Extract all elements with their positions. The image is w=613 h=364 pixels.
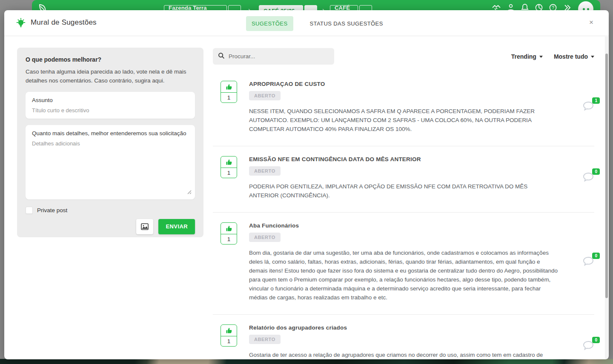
subject-label: Assunto (32, 97, 189, 103)
lightbulb-icon (14, 17, 27, 31)
status-badge: ABERTO (249, 166, 281, 176)
vote-box[interactable]: 1 (221, 81, 237, 103)
search-box[interactable] (213, 48, 334, 65)
suggestion-title[interactable]: EMISSÃO NFE EM CONTINGÊNCIA DATA DO MÊS … (249, 156, 559, 162)
subject-field[interactable]: Assunto Título curto e descritivo (26, 92, 195, 119)
thumbs-up-icon[interactable] (221, 223, 237, 234)
status-badge: ABERTO (249, 91, 281, 100)
comments-button[interactable]: 1 (582, 101, 594, 113)
private-post-label: Private post (37, 207, 67, 213)
form-description: Caso tenha alguma ideia parecida ao lado… (26, 68, 195, 85)
comment-count-badge: 1 (592, 97, 600, 104)
page-title: Mural de Sugestões (31, 18, 97, 27)
vote-count: 1 (221, 93, 237, 102)
private-post-checkbox[interactable] (26, 207, 33, 214)
suggestion-item: 1 Relatório dos agrupadores criados ABER… (213, 315, 594, 359)
vote-count: 1 (221, 234, 237, 244)
thumbs-up-icon[interactable] (221, 156, 237, 168)
new-suggestion-panel: O que podemos melhorar? Caso tenha algum… (17, 48, 203, 237)
page-background-strip (0, 359, 613, 364)
close-icon[interactable]: × (589, 19, 593, 26)
suggestion-description: PODERIA POR GENTILEZA, IMPLANTAR A OPÇÃO… (249, 182, 559, 200)
form-heading: O que podemos melhorar? (26, 56, 195, 63)
comment-count-badge: 0 (592, 253, 600, 259)
resize-handle-icon[interactable] (187, 188, 192, 196)
suggestions-list-area: Trending Mostre tudo 1 APROPRIAÇAO DE CU… (213, 48, 594, 359)
submit-button[interactable]: ENVIAR (158, 219, 195, 234)
suggestions-modal: Mural de Sugestões SUGESTÕES STATUS DAS … (4, 10, 609, 359)
details-field[interactable]: Quanto mais detalhes, melhor entenderemo… (26, 125, 195, 199)
vote-box[interactable]: 1 (221, 222, 237, 245)
attach-image-button[interactable] (136, 219, 153, 234)
sort-dropdown[interactable]: Trending (511, 53, 543, 60)
suggestion-item: 1 Aba Funcionários ABERTO Bom dia, gosta… (213, 213, 594, 315)
tab-bar: SUGESTÕES STATUS DAS SUGESTÕES (246, 16, 389, 31)
suggestion-description: NESSE ITEM, QUANDO SELECIONAMOS A SAFRA … (249, 107, 559, 134)
comments-button[interactable]: 0 (582, 341, 594, 353)
scrollbar-thumb[interactable] (605, 54, 608, 298)
suggestion-description: Gostaria de ter acesso a relação de agru… (249, 350, 559, 359)
suggestions-list: 1 APROPRIAÇAO DE CUSTO ABERTO NESSE ITEM… (213, 73, 594, 359)
suggestion-title[interactable]: Relatório dos agrupadores criados (249, 324, 559, 331)
search-input[interactable] (229, 53, 322, 60)
status-badge: ABERTO (249, 335, 281, 344)
status-badge: ABERTO (249, 233, 281, 242)
vote-count: 1 (221, 336, 237, 346)
tab-sugestoes[interactable]: SUGESTÕES (246, 16, 293, 31)
thumbs-up-icon[interactable] (221, 81, 237, 93)
comment-count-badge: 0 (592, 168, 600, 175)
filter-dropdown[interactable]: Mostre tudo (554, 53, 594, 60)
svg-text:?: ? (552, 6, 554, 10)
vote-count: 1 (221, 168, 237, 178)
thumbs-up-icon[interactable] (221, 325, 237, 336)
chevron-down-icon (539, 56, 543, 58)
search-icon (218, 52, 225, 61)
vote-box[interactable]: 1 (221, 324, 237, 347)
suggestion-description: Bom dia, gostaria de dar uma sugestão, t… (249, 248, 559, 302)
subject-placeholder: Título curto e descritivo (32, 107, 189, 114)
comment-count-badge: 0 (592, 337, 600, 343)
modal-header: Mural de Sugestões SUGESTÕES STATUS DAS … (4, 10, 609, 36)
comments-button[interactable]: 0 (582, 172, 594, 184)
suggestion-title[interactable]: Aba Funcionários (249, 222, 559, 229)
tab-status-das-sugestoes[interactable]: STATUS DAS SUGESTÕES (304, 16, 389, 31)
chevron-down-icon (591, 56, 594, 58)
scrollbar-track[interactable] (605, 37, 608, 359)
comments-button[interactable]: 0 (582, 256, 594, 268)
details-label: Quanto mais detalhes, melhor entenderemo… (32, 130, 189, 136)
details-placeholder: Detalhes adicionais (32, 140, 189, 147)
suggestion-item: 1 APROPRIAÇAO DE CUSTO ABERTO NESSE ITEM… (213, 73, 594, 146)
suggestion-title[interactable]: APROPRIAÇAO DE CUSTO (249, 81, 559, 87)
suggestion-item: 1 EMISSÃO NFE EM CONTINGÊNCIA DATA DO MÊ… (213, 146, 594, 213)
vote-box[interactable]: 1 (221, 156, 237, 178)
